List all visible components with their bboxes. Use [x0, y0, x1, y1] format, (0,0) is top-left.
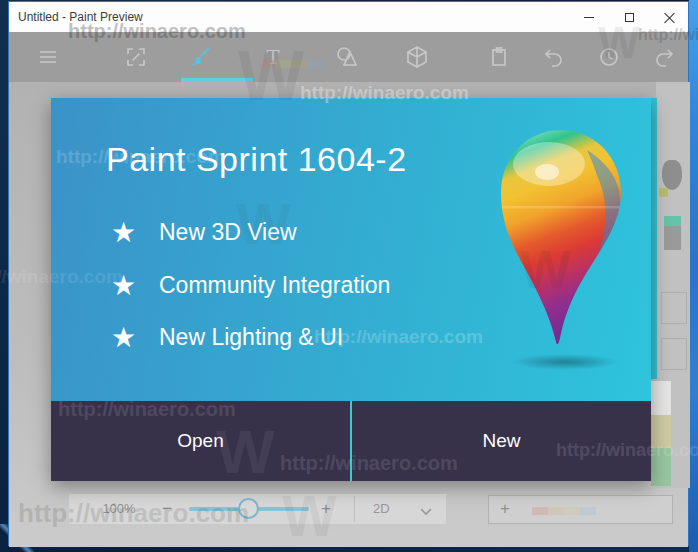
- star-icon: ★: [111, 216, 159, 249]
- watermark-color-stripes: [532, 507, 596, 515]
- brush-tool-button[interactable]: [187, 43, 215, 71]
- open-button[interactable]: Open: [51, 401, 350, 481]
- palette-add-box: +: [488, 495, 673, 524]
- feature-label: Community Integration: [159, 272, 390, 299]
- feature-label: New Lighting & UI: [159, 324, 343, 351]
- history-button[interactable]: [595, 43, 623, 71]
- zoom-bar: 100% − + 2D: [69, 494, 446, 524]
- close-icon: [664, 12, 675, 23]
- panel-color-chip: [659, 188, 668, 197]
- dialog-title: Paint Sprint 1604-2: [106, 140, 407, 179]
- mode-dropdown-button[interactable]: [419, 503, 433, 521]
- paste-button[interactable]: [485, 43, 513, 71]
- window-title: Untitled - Paint Preview: [18, 10, 143, 24]
- undo-button[interactable]: [540, 43, 568, 71]
- zoom-in-button[interactable]: +: [314, 497, 338, 521]
- hamburger-icon: [36, 45, 60, 69]
- undo-icon: [542, 45, 566, 69]
- feature-row: ★ Community Integration: [111, 268, 390, 302]
- paint-preview-window: Untitled - Paint Preview: [8, 1, 689, 546]
- star-icon: ★: [111, 269, 159, 302]
- panel-crayon-icon[interactable]: [664, 216, 681, 250]
- color-swatch-white[interactable]: [651, 381, 671, 415]
- star-icon: ★: [111, 321, 159, 354]
- maximize-button[interactable]: [612, 2, 646, 32]
- welcome-dialog: Paint Sprint 1604-2 ★ New 3D View ★ Comm…: [51, 98, 651, 481]
- color-swatch-green[interactable]: [651, 448, 671, 486]
- screenshot-stage: Untitled - Paint Preview: [0, 0, 698, 552]
- redo-button[interactable]: [650, 43, 678, 71]
- cube-3d-tool-button[interactable]: [403, 43, 431, 71]
- dialog-body: Paint Sprint 1604-2 ★ New 3D View ★ Comm…: [51, 98, 651, 401]
- zoom-level-value: 100%: [87, 501, 151, 516]
- panel-brush-tip-icon[interactable]: [662, 160, 682, 190]
- maximize-icon: [625, 13, 634, 22]
- minimize-button[interactable]: [572, 2, 606, 32]
- add-color-button[interactable]: +: [495, 499, 515, 519]
- dialog-footer: Open New: [51, 401, 651, 481]
- zoom-bar-divider: [354, 496, 355, 522]
- history-clock-icon: [597, 45, 621, 69]
- close-button[interactable]: [652, 2, 686, 32]
- paint-drop-artwork: [491, 120, 631, 360]
- new-button[interactable]: New: [352, 401, 651, 481]
- expand-tool-button[interactable]: [122, 43, 150, 71]
- zoom-slider-thumb[interactable]: [238, 498, 259, 519]
- menu-button[interactable]: [34, 43, 62, 71]
- titlebar: Untitled - Paint Preview: [9, 2, 688, 32]
- feature-row: ★ New 3D View: [111, 215, 297, 249]
- brush-icon: [189, 45, 213, 69]
- feature-label: New 3D View: [159, 219, 297, 246]
- zoom-out-button[interactable]: −: [155, 497, 179, 521]
- feature-row: ★ New Lighting & UI: [111, 320, 343, 354]
- panel-option-box-1[interactable]: [661, 292, 687, 324]
- cube-3d-icon: [404, 44, 430, 70]
- color-swatch-tan[interactable]: [651, 415, 671, 448]
- watermark-color-stripes: [259, 60, 323, 68]
- chevron-down-icon: [419, 507, 433, 517]
- panel-option-box-2[interactable]: [661, 338, 687, 370]
- desktop-wallpaper-right: [689, 0, 698, 552]
- toolbar: T: [9, 32, 688, 82]
- minimize-icon: [584, 17, 594, 18]
- clipboard-icon: [487, 45, 511, 69]
- shapes-tool-button[interactable]: [333, 43, 361, 71]
- shapes-icon: [334, 44, 360, 70]
- mode-dropdown-value[interactable]: 2D: [373, 501, 390, 516]
- palette-teal-strip: [651, 98, 657, 379]
- expand-icon: [124, 45, 148, 69]
- redo-icon: [652, 45, 676, 69]
